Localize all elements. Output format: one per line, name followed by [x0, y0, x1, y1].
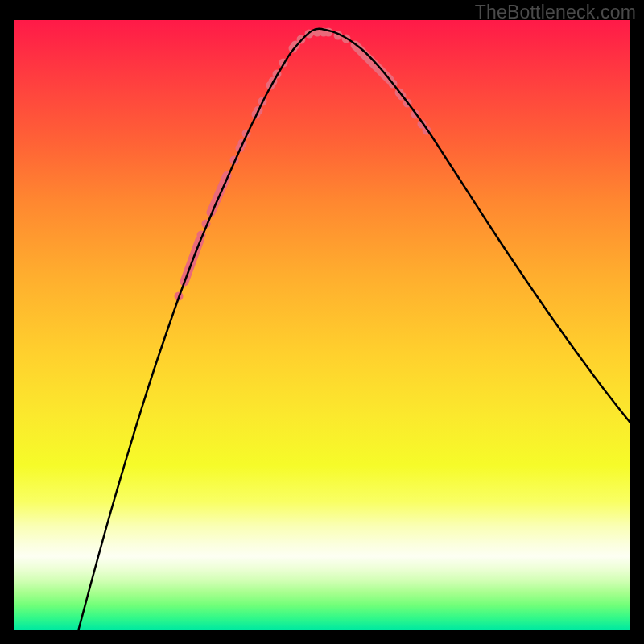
curve-svg — [14, 20, 630, 630]
bottleneck-curve — [77, 29, 630, 634]
chart-plot-area — [14, 20, 630, 630]
curve-marker-overlay — [179, 32, 427, 296]
